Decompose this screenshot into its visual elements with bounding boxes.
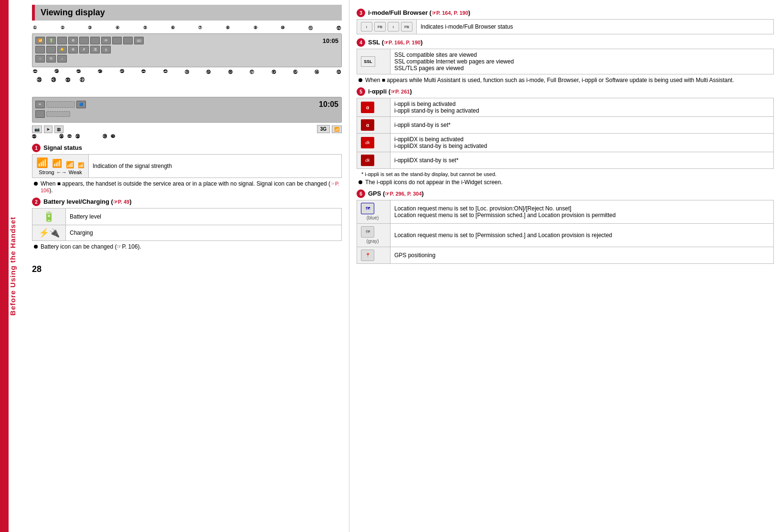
signal-bullet: When ■ appears, the handset is outside t… (32, 180, 342, 194)
num-10: ⑩ (281, 25, 285, 31)
appli-desc-4: i-αppliDX stand-by is set* (394, 157, 458, 164)
icon-sd: SD (134, 37, 144, 44)
signal-table: 📶 📶 📶 📶 Strong ←→ Weak (32, 154, 342, 178)
main-content: Viewing display ① ② ③ ④ ⑤ ⑥ ⑦ ⑧ ⑨ ⑩ ⑪ ⑫ (25, 0, 781, 532)
imode-table: i FB i FB Indicates i-mode/Full Browser … (357, 19, 774, 34)
phone-diagram-lower: ✏ 🔵 10:05 (32, 97, 342, 123)
page-number: 28 (32, 264, 342, 274)
charging-icon-cell: ⚡🔌 (32, 225, 66, 241)
ssl-desc-2: SSL compatible Internet web pages are vi… (394, 58, 770, 65)
gps-ref: ☞P. 296, P. 304 (385, 191, 422, 197)
signal-description: Indication of the signal strength (93, 163, 172, 169)
screen-row-1: 📶 🔋 ⚙ ✉ SD 10:05 (35, 37, 338, 44)
battery-level-icon-cell: 🔋 (32, 209, 66, 225)
appli-asterisk-note: * i-αppli is set as the stand-by display… (361, 171, 774, 177)
num-12: ⑫ (337, 25, 341, 31)
battery-heading: 2 Battery level/Charging (☞P. 49) (32, 198, 342, 206)
ssl-heading: 4 SSL (☞P. 166, P. 190) (357, 38, 774, 47)
gps-num: 6 (357, 189, 365, 198)
diagram-extra-numbers: ㉘ ㉙ ㉚ ㉛ (37, 77, 342, 83)
icon8 (112, 37, 122, 44)
phone-diagram-upper: 📶 🔋 ⚙ ✉ SD 10:05 🔔 ⚙ ✗ (32, 33, 342, 67)
signal-icon-cell: 📶 📶 📶 📶 Strong ←→ Weak (32, 155, 89, 178)
appli-heading: 5 i-αppli (☞P. 261) (357, 87, 774, 96)
appli-desc-3a: i-αppliDX is being activated (394, 136, 770, 143)
appli-bullet-text: The i-αppli icons do not appear in the i… (365, 179, 503, 186)
section-ssl: 4 SSL (☞P. 166, P. 190) SSL SSL compatib… (357, 38, 774, 83)
charging-desc-cell: Charging (66, 225, 342, 241)
lower-time: 10:05 (319, 100, 338, 109)
num-22: ㉒ (141, 69, 146, 75)
imode-icon-3: i (388, 22, 399, 31)
icon-r2-6: 漢 (90, 46, 100, 53)
charging-row: ⚡🔌 Charging (32, 225, 342, 241)
num-11: ⑪ (308, 25, 313, 31)
gps-position-icon-cell: 📍 (357, 247, 390, 264)
sidebar-bar (0, 0, 9, 532)
screen-row-2: 🔔 ⚙ ✗ 漢 S (35, 46, 338, 53)
right-column: 3 i-mode/Full Browser (☞P. 164, P. 190) … (349, 0, 781, 532)
bullet-dot-2 (34, 245, 38, 249)
lower-dotted-box2 (46, 111, 70, 117)
ssl-bullet-text: When ■ appears while Multi Assistant is … (365, 77, 734, 83)
appli-row-3: dk i-αppliDX is being activated i-αppliD… (357, 134, 774, 152)
num-32: ㊵ (111, 134, 115, 139)
section-battery: 2 Battery level/Charging (☞P. 49) 🔋 Batt… (32, 198, 342, 250)
gps-gray-icon-cell: 🗺 (gray) (357, 224, 390, 247)
imode-ref: ☞P. 164, P. 190 (432, 10, 468, 16)
appli-desc-cell-1: i-αppli is being activated i-αppli stand… (390, 98, 774, 117)
signal-strong-icon: 📶 (36, 157, 48, 168)
num-3: ③ (88, 25, 92, 31)
lower-bt-icon: 🔵 (76, 101, 86, 108)
battery-bullet-text: Battery icon can be changed (☞P. 106). (41, 243, 141, 250)
lower-dotted-box (46, 101, 75, 108)
applidx-standby-icon: dk (361, 155, 374, 166)
gps-gray-label: (gray) (366, 239, 379, 244)
gps-position-desc: GPS positioning (394, 252, 435, 259)
gps-row-blue: 🗺 (blue) Location request menu is set to… (357, 200, 774, 224)
ssl-desc-1: SSL compatible sites are viewed (394, 52, 770, 58)
icon-r2-5: ✗ (79, 46, 89, 53)
num-20: ⑳ (185, 69, 189, 75)
arrow-icon: ←→ (56, 169, 67, 175)
battery-level-row: 🔋 Battery level (32, 209, 342, 225)
battery-label: Battery level/Charging (☞P. 49) (43, 198, 132, 205)
icon-r3-1: ☆ (35, 55, 45, 63)
signal-med-icon: 📶 (52, 158, 62, 168)
gps-blue-icon-cell: 🗺 (blue) (357, 200, 390, 224)
signal-icons-group: 📶 📶 📶 📶 Strong ←→ Weak (36, 157, 84, 175)
icon4: ⚙ (68, 37, 78, 44)
battery-bullet: Battery icon can be changed (☞P. 106). (32, 243, 342, 250)
icon-r3-2: ✉ (46, 55, 56, 63)
section-signal: 1 Signal status 📶 📶 📶 📶 (32, 144, 342, 194)
battery-level-icon: 🔋 (43, 211, 55, 222)
battery-level-desc: Battery level (70, 213, 101, 220)
ssl-desc-3: SSL/TLS pages are viewed (394, 65, 770, 72)
imode-icon-cell: i FB i FB (357, 20, 417, 34)
diagram-bottom-numbers: ㉗ ㉖ ㉕ ㉔ ㉓ ㉒ ㉑ ⑳ ⑲ ⑱ ⑰ ⑯ ⑮ ⑭ ⑬ (32, 69, 342, 75)
appli-label: i-αppli (☞P. 261) (368, 88, 412, 95)
appli-num: 5 (357, 87, 365, 96)
imode-label: i-mode/Full Browser (☞P. 164, P. 190) (368, 9, 470, 16)
lower-right-icons: 3G 📶 (317, 125, 342, 133)
lower-screen-row-2 (35, 110, 338, 118)
num-31: ㉛ (80, 77, 84, 83)
num-4: ④ (116, 25, 119, 31)
signal-table-row: 📶 📶 📶 📶 Strong ←→ Weak (32, 155, 342, 178)
signal-diag-icon: 📶 (35, 37, 45, 44)
strong-label: Strong (39, 169, 54, 175)
signal-heading: 1 Signal status (32, 144, 342, 152)
ssl-row: SSL SSL compatible sites are viewed SSL … (357, 49, 774, 74)
gps-blue-desc-1: Location request menu is set to [Loc. pr… (394, 205, 770, 212)
gps-blue-label: (blue) (367, 215, 379, 220)
icon-3g: 3G (317, 125, 330, 133)
bullet-dot-3 (359, 78, 362, 82)
signal-weak-icon: 📶 (78, 162, 84, 168)
signal-bullet-text: When ■ appears, the handset is outside t… (41, 180, 342, 194)
num-29: ㉙ (51, 77, 56, 83)
icon-r2-7: S (101, 46, 111, 53)
ssl-icon-cell: SSL (357, 49, 390, 74)
icon-r3-3: i (57, 55, 67, 63)
battery-ref: ☞P. 49 (113, 199, 129, 205)
ssl-num: 4 (357, 38, 365, 47)
